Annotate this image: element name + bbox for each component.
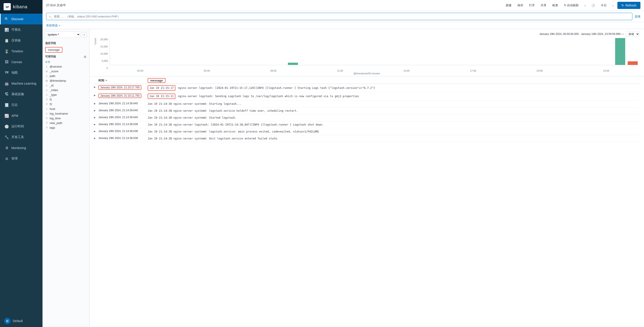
field-item-new-path[interactable]: ? new_path [42,121,89,125]
field-item-f1[interactable]: ? f1 [42,97,89,102]
next-button[interactable]: › [611,3,615,8]
sidebar-label-devtools: 开发工具 [12,135,24,139]
open-button[interactable]: 打开 [527,3,537,8]
auto-refresh-button[interactable]: ↻ 自动刷新 [562,3,581,8]
search-input[interactable] [46,13,632,20]
expand-icon[interactable]: ▶ [94,123,98,126]
sidebar-item-visualize[interactable]: 📊 可视化 [0,25,42,35]
sidebar-item-infra[interactable]: 🏗 基础设施 [0,89,42,100]
table-row[interactable]: ▶January 19th 2024, 21:14:38.638Jan 19 2… [94,128,640,135]
user-avatar: D [4,318,10,324]
sidebar-item-management[interactable]: ⚙ 管理 [0,153,42,164]
table-area[interactable]: 时间 ▼ message ▶January 19th 2024, 21:15:1… [90,76,644,327]
field-item-score[interactable]: # _score [42,69,89,74]
ml-icon: 🤖 [4,81,9,86]
table-row[interactable]: ▶January 19th 2024, 21:15:17.765Jan 19 2… [94,84,640,92]
expand-icon[interactable]: ▶ [94,137,98,139]
log-time: January 19th 2024, 21:14:38.638 [98,130,148,133]
field-item-tags[interactable]: ? tags [42,125,89,130]
clock-icon-btn[interactable]: 🕐 [590,3,597,8]
save-button[interactable]: 保存 [516,3,525,8]
sidebar-item-dashboard[interactable]: 📋 仪表板 [0,35,42,46]
toolbar: 27,614 次命中 新建 保存 打开 共享 检查 ↻ 自动刷新 ‹ 🕐 今日 … [42,0,644,11]
settings-icon[interactable]: ⚙ [84,55,86,59]
table-header: 时间 ▼ message [94,76,640,84]
field-item-host[interactable]: t host [42,107,89,111]
log-message: Jan 19 21:14:38 nginx-server systemd: lo… [148,130,640,134]
new-button[interactable]: 新建 [504,3,513,8]
selected-field-row: message [42,46,89,54]
col-time-header[interactable]: 时间 ▼ [98,79,148,83]
left-panel: system-* ‹ 选定字段 message 可用字段 ⚙ 常用 t @ver… [42,29,90,327]
sidebar-label-timelion: Timelion [12,50,23,53]
table-row[interactable]: ▶January 19th 2024, 21:14:39.640Jan 19 2… [94,101,640,107]
table-row[interactable]: ▶January 19th 2024, 21:14:38.638Jan 19 2… [94,135,640,142]
devtools-icon: 🔧 [4,135,9,140]
histogram-chart [110,38,640,65]
expand-icon[interactable]: ▶ [94,130,98,133]
x-axis-labels: 02:00 05:00 08:00 11:00 14:00 17:00 20:0… [94,69,640,72]
sidebar-item-user[interactable]: D Default [0,315,42,327]
table-row[interactable]: ▶January 19th 2024, 21:14:39.640Jan 19 2… [94,107,640,114]
apm-icon: 📈 [4,113,9,118]
time-highlight: January 19th 2024, 21:15:11.750 [98,94,141,98]
expand-icon[interactable]: ▶ [94,85,98,88]
y-axis-label: Count [94,38,97,45]
sidebar-item-logs[interactable]: 📃 日志 [0,100,42,110]
sidebar-item-maps[interactable]: 🗺 地图 [0,67,42,78]
infra-icon: 🏗 [4,92,9,97]
table-row[interactable]: ▶January 19th 2024, 21:14:38.638Jan 19 2… [94,121,640,128]
sidebar-label-visualize: 可视化 [12,28,21,32]
field-item-timestamp[interactable]: ◎ @timestamp [42,78,89,83]
inspect-button[interactable]: 检查 [550,3,560,8]
sidebar-label-infra: 基础设施 [12,92,24,96]
field-item-f2[interactable]: ? f2 [42,102,89,107]
expand-icon[interactable]: ▶ [94,94,98,97]
visualize-icon: 📊 [4,27,9,32]
y-axis: 20,000 15,000 10,000 5,000 0 [98,38,110,69]
share-button[interactable]: 共享 [539,3,548,8]
expand-icon[interactable]: ▶ [94,102,98,105]
prev-button[interactable]: ‹ [583,3,587,8]
field-item-version[interactable]: t @version [42,64,89,69]
field-item-index[interactable]: t _index [42,88,89,92]
sidebar-item-canvas[interactable]: 🖼 Canvas [0,57,42,67]
field-item-type[interactable]: t _type [42,92,89,97]
collapse-button[interactable]: ‹ [82,32,87,37]
log-time: January 19th 2024, 21:14:39.640 [98,116,148,119]
field-item-id[interactable]: t _id [42,83,89,88]
sort-icon: ▼ [105,79,107,82]
sidebar-item-discover[interactable]: 🔍 Discover [0,14,42,25]
log-message: Jan 19 21:14:38 nginx-server systemd: Un… [148,137,640,141]
sidebar-item-monitoring[interactable]: 🖥 Monitoring [0,143,42,153]
sidebar-item-devtools[interactable]: 🔧 开发工具 [0,132,42,143]
sidebar-label-maps: 地图 [12,71,18,75]
sidebar-item-ml[interactable]: 🤖 Machine Learning [0,78,42,89]
index-pattern-select[interactable]: system-* [45,31,80,38]
message-time-highlight: Jan 19 21:15:17 [148,85,175,91]
sidebar-label-monitoring: Monitoring [12,146,26,150]
sidebar-item-timelion[interactable]: ⌛ Timelion [0,46,42,57]
right-panel: January 19th 2024, 00:00:00.000 - Januar… [90,29,644,327]
sidebar-label-default: Default [13,319,22,323]
refresh-icon: ↻ [564,4,566,7]
expand-icon[interactable]: ▶ [94,109,98,112]
add-filter-button[interactable]: 添加筛选 + [46,24,60,28]
sidebar-item-apm[interactable]: 📈 APM [0,110,42,121]
field-item-path[interactable]: t path [42,74,89,78]
table-row[interactable]: ▶January 19th 2024, 21:14:39.640Jan 19 2… [94,114,640,121]
log-time: January 19th 2024, 21:14:39.640 [98,102,148,105]
refresh-button[interactable]: ↻ Refresh [618,2,640,9]
uptime-icon: 🕒 [4,124,9,129]
x-axis-title: @timestamp/30 minutes [94,72,640,76]
sidebar-label-discover: Discover [12,17,24,21]
expand-icon[interactable]: ▶ [94,116,98,119]
sidebar-item-uptime[interactable]: 🕒 运行时间 [0,121,42,132]
interval-select[interactable]: 自动 [626,31,640,37]
available-fields-title-label: 可用字段 [45,55,56,59]
search-option-link[interactable]: 选项 [634,15,640,19]
selected-message-field[interactable]: message [45,47,62,53]
field-item-log-hostname[interactable]: t log_hostname [42,111,89,116]
table-row[interactable]: ▶January 19th 2024, 21:15:11.750Jan 19 2… [94,92,640,101]
field-item-log-time[interactable]: ? log_time [42,116,89,121]
